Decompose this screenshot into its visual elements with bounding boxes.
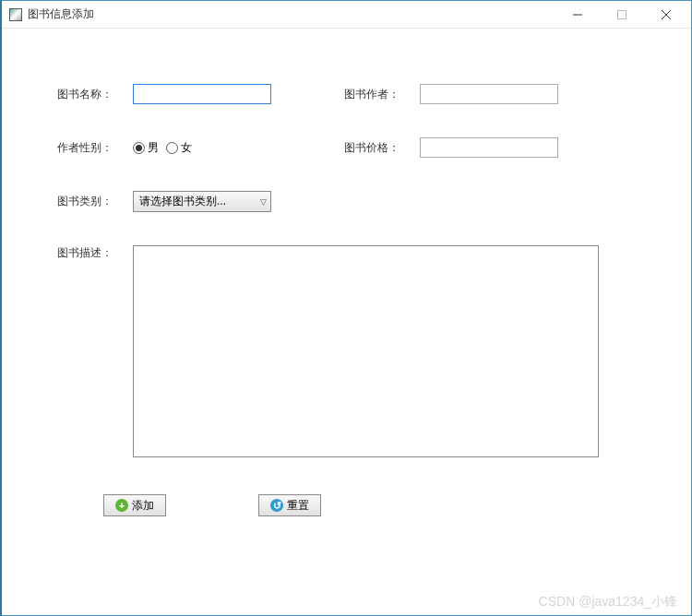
book-description-label: 图书描述： [57, 245, 122, 261]
reset-button-label: 重置 [287, 498, 309, 514]
combo-text: 请选择图书类别... [139, 194, 226, 209]
window-frame: 图书信息添加 图书名称： 图书作者： [0, 0, 692, 616]
gender-male-radio[interactable]: 男 [133, 140, 159, 156]
book-author-label: 图书作者： [344, 87, 409, 102]
minimize-button[interactable] [564, 6, 591, 24]
book-price-label: 图书价格： [344, 140, 409, 156]
app-icon [9, 8, 22, 21]
form-content: 图书名称： 图书作者： 作者性别： 男 女 [2, 29, 691, 615]
titlebar: 图书信息添加 [2, 1, 691, 29]
radio-icon [133, 142, 145, 154]
book-name-label: 图书名称： [57, 87, 122, 102]
window-title: 图书信息添加 [28, 6, 94, 22]
add-button-label: 添加 [132, 498, 154, 514]
plus-icon: + [115, 499, 128, 512]
book-price-input[interactable] [420, 137, 558, 158]
chevron-down-icon: ▽ [260, 197, 267, 207]
author-gender-label: 作者性别： [57, 140, 122, 156]
gender-female-radio[interactable]: 女 [166, 140, 192, 156]
book-category-label: 图书类别： [57, 194, 122, 209]
book-author-input[interactable] [420, 84, 558, 104]
gender-male-label: 男 [148, 140, 159, 156]
reset-icon: ↺ [270, 499, 283, 512]
close-button[interactable] [652, 6, 680, 24]
maximize-button[interactable] [608, 6, 636, 24]
book-description-textarea[interactable] [133, 245, 599, 457]
gender-female-label: 女 [181, 140, 192, 156]
book-name-input[interactable] [133, 84, 271, 104]
svg-rect-1 [618, 10, 626, 18]
window-controls [564, 6, 684, 24]
radio-icon [166, 142, 178, 154]
book-category-select[interactable]: 请选择图书类别... ▽ [133, 191, 271, 212]
add-button[interactable]: + 添加 [103, 494, 166, 516]
reset-button[interactable]: ↺ 重置 [258, 494, 321, 516]
